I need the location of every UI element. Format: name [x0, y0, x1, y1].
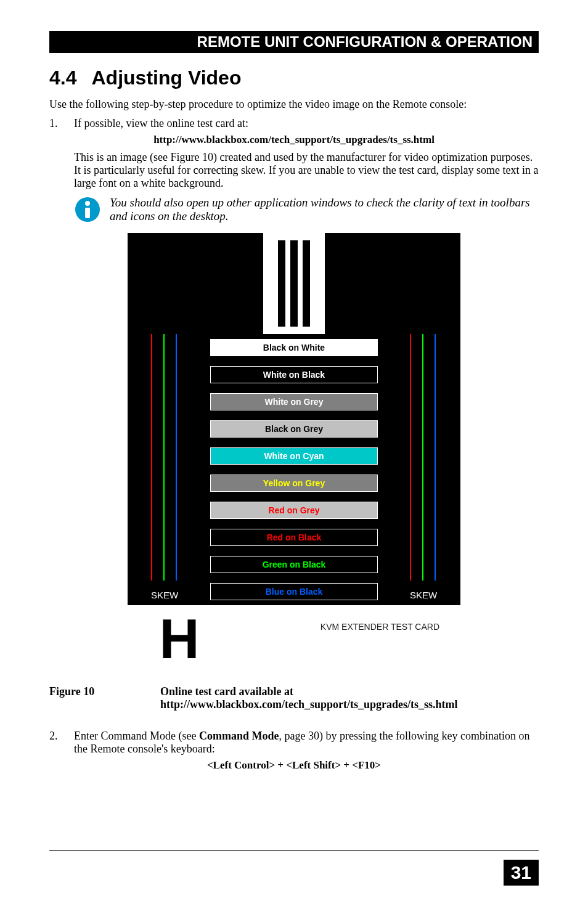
step-2: 2. Enter Command Mode (see Command Mode,… [49, 730, 539, 756]
step-2-bold: Command Mode [199, 730, 279, 742]
skew-line-red [410, 334, 411, 581]
skew-line-green [163, 334, 165, 581]
test-card-url: http://www.blackbox.com/tech_support/ts_… [49, 134, 539, 146]
color-bar: Blue on Black [210, 583, 378, 600]
step-1-text: If possible, view the online test card a… [74, 117, 539, 130]
h-letter: H [142, 608, 216, 671]
step-1: 1. If possible, view the online test car… [49, 117, 539, 130]
figure-title: Online test card available at [160, 685, 293, 698]
section-heading: Adjusting Video [91, 67, 241, 89]
section-title: 4.4Adjusting Video [49, 67, 539, 89]
test-card-mid: SKEW Black on WhiteWhite on BlackWhite o… [128, 334, 460, 605]
test-card-bottom: H KVM EXTENDER TEST CARD [128, 605, 460, 673]
info-callout: You should also open up other applicatio… [74, 196, 539, 223]
step-1-number: 1. [49, 117, 74, 130]
step-2-number: 2. [49, 730, 74, 756]
color-bars-column: Black on WhiteWhite on BlackWhite on Gre… [202, 334, 386, 605]
stripe [278, 240, 285, 327]
figure-text: Online test card available at http://www… [160, 685, 539, 711]
skew-line-blue [176, 334, 177, 581]
skew-label-left: SKEW [128, 590, 202, 600]
test-card-top [128, 233, 460, 334]
section-number: 4.4 [49, 67, 76, 89]
extender-label: KVM EXTENDER TEST CARD [216, 622, 446, 632]
svg-rect-2 [85, 208, 90, 218]
skew-column-right: SKEW [386, 334, 460, 605]
color-bar: White on Black [210, 366, 378, 383]
page-header-bar: REMOTE UNIT CONFIGURATION & OPERATION [49, 31, 539, 53]
intro-text: Use the following step-by-step procedure… [49, 98, 539, 111]
color-bar: Red on Grey [210, 502, 378, 519]
color-bar: Red on Black [210, 529, 378, 546]
skew-column-left: SKEW [128, 334, 202, 605]
skew-line-green [422, 334, 423, 581]
color-bar: White on Grey [210, 393, 378, 410]
figure-label: Figure 10 [49, 685, 160, 711]
step-1-description: This is an image (see Figure 10) created… [74, 151, 539, 190]
test-card-frame: SKEW Black on WhiteWhite on BlackWhite o… [128, 233, 460, 673]
color-bar: Green on Black [210, 556, 378, 573]
info-text: You should also open up other applicatio… [110, 196, 539, 223]
test-card-stripes [263, 233, 325, 334]
step-2-text-a: Enter Command Mode (see [74, 730, 199, 742]
skew-lines-left [128, 334, 202, 581]
stripe [303, 240, 310, 327]
color-bar: Black on Grey [210, 420, 378, 438]
color-bar: Yellow on Grey [210, 475, 378, 492]
color-bar: White on Cyan [210, 447, 378, 465]
test-card-figure: SKEW Black on WhiteWhite on BlackWhite o… [49, 233, 539, 673]
info-icon [74, 196, 101, 223]
step-2-text: Enter Command Mode (see Command Mode, pa… [74, 730, 539, 756]
stripe [290, 240, 298, 327]
color-bar: Black on White [210, 339, 378, 356]
skew-line-blue [435, 334, 436, 581]
key-combination: <Left Control> + <Left Shift> + <F10> [49, 759, 539, 772]
footer-rule [49, 850, 539, 851]
figure-url: http://www.blackbox.com/tech_support/ts_… [160, 698, 539, 711]
skew-lines-right [386, 334, 460, 581]
page-number: 31 [504, 860, 539, 886]
skew-line-red [151, 334, 152, 581]
skew-label-right: SKEW [386, 590, 460, 600]
figure-caption: Figure 10 Online test card available at … [49, 685, 539, 711]
svg-point-1 [85, 201, 90, 206]
